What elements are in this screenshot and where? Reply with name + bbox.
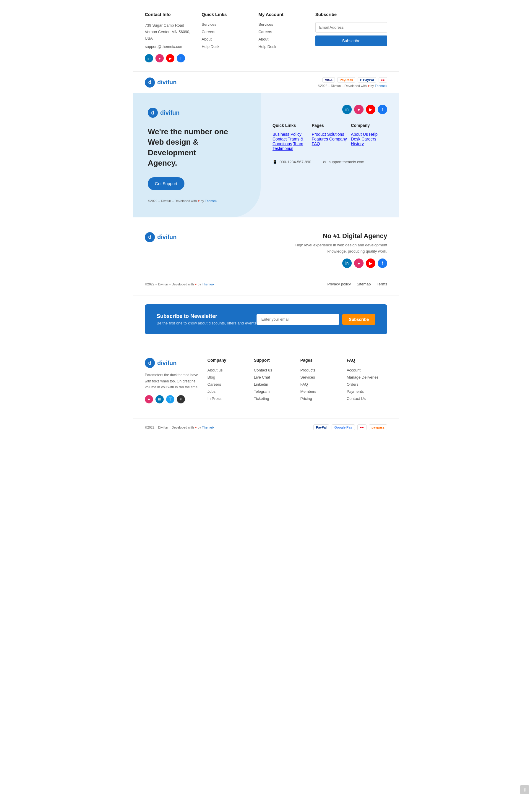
email-input[interactable] [315, 22, 387, 33]
s5-jobs[interactable]: Jobs [208, 389, 248, 394]
s5-services[interactable]: Services [300, 375, 341, 380]
s2-product[interactable]: Product [312, 132, 326, 136]
s2-solutions[interactable]: Solutions [327, 132, 344, 136]
s2-about-us[interactable]: About Us [351, 132, 368, 136]
heart-icon-1: ♥ [368, 84, 370, 88]
newsletter-text: Subscribe to Newsletter Be the first one… [157, 313, 256, 325]
s5-ticketing[interactable]: Ticketing [254, 396, 294, 401]
heart-icon-3: ♥ [195, 282, 198, 286]
footer-right-1: VISA PayPass P PayPal ●● ©2022 – Divifun… [318, 77, 387, 88]
s2-contact[interactable]: Contact [272, 136, 287, 141]
s2-linkedin-icon[interactable]: in [342, 105, 352, 114]
footer-bar-1: d divifun VISA PayPass P PayPal ●● ©2022… [133, 72, 399, 93]
s5-orders[interactable]: Orders [347, 382, 387, 387]
ma-careers[interactable]: Careers [258, 30, 306, 34]
s3-youtube-icon[interactable]: ▶ [366, 258, 375, 268]
address1: 739 Sugar Camp Road [145, 22, 193, 29]
s2-testimonial[interactable]: Testimonial [272, 146, 293, 151]
themeix-link-1[interactable]: Themeix [375, 84, 387, 88]
linkedin-icon[interactable]: in [145, 54, 153, 62]
s5-linkedin[interactable]: Linkedin [254, 382, 294, 387]
s5-faq[interactable]: FAQ [300, 382, 341, 387]
themeix-link-final[interactable]: Themeix [202, 425, 214, 429]
section2-social: in ● ▶ f [272, 105, 387, 114]
youtube-icon[interactable]: ▶ [166, 54, 174, 62]
s5-manage-deliveries[interactable]: Manage Deliveries [347, 375, 387, 380]
ql-careers[interactable]: Careers [202, 30, 249, 34]
s2-faq[interactable]: FAQ [312, 141, 320, 146]
ql-about[interactable]: About [202, 37, 249, 41]
subscribe-button[interactable]: Subscribe [315, 36, 387, 46]
newsletter-desc: Be the first one to know about discounts… [157, 321, 256, 325]
paypass-badge: PayPass [337, 77, 355, 83]
s2-history[interactable]: History [351, 141, 364, 146]
s2-facebook-icon[interactable]: f [378, 105, 387, 114]
s2-features[interactable]: Features [312, 136, 328, 141]
copyright-2: ©2022 – Divifun – Developed with ♥ by Th… [148, 199, 246, 203]
section2-left: d divifun We're the number oneWeb design… [133, 93, 261, 217]
s5-linkedin-icon[interactable]: in [155, 395, 164, 403]
final-payment-icons: PayPal Google Pay ●● paypass [313, 424, 387, 430]
s5-careers[interactable]: Careers [208, 382, 248, 387]
s5-members[interactable]: Members [300, 389, 341, 394]
newsletter-title: Subscribe to Newsletter [157, 313, 256, 320]
facebook-icon[interactable]: f [177, 54, 185, 62]
ql-helpdesk[interactable]: Help Desk [202, 44, 249, 49]
ma-about[interactable]: About [258, 37, 306, 41]
s5-twitter-icon[interactable]: 𝕋 [166, 395, 174, 403]
s2-team[interactable]: Team [293, 141, 303, 146]
tagline: We're the number oneWeb design & Develop… [148, 127, 246, 168]
quicklinks-title-2: Quick Links [272, 123, 309, 128]
s2-business-policy[interactable]: Business Policy [272, 132, 302, 136]
s5-in-press[interactable]: In Press [208, 396, 248, 401]
newsletter-email-input[interactable] [256, 314, 339, 325]
terms-link[interactable]: Terms [377, 282, 387, 286]
fp-paypass-badge: paypass [369, 424, 387, 430]
s3-linkedin-icon[interactable]: in [342, 258, 352, 268]
s5-telegram[interactable]: Telegram [254, 389, 294, 394]
s3-instagram-icon[interactable]: ● [354, 258, 363, 268]
ql-services[interactable]: Services [202, 22, 249, 26]
s3-facebook-icon[interactable]: f [378, 258, 387, 268]
sitemap-link[interactable]: Sitemap [357, 282, 371, 286]
newsletter-form: Subscribe [256, 314, 375, 325]
s2-careers[interactable]: Careers [361, 136, 376, 141]
s2-instagram-icon[interactable]: ● [354, 105, 363, 114]
instagram-icon[interactable]: ● [155, 54, 164, 62]
logo-icon-3: d [145, 232, 155, 242]
social-icons-row: in ● ▶ f [145, 54, 193, 62]
themeix-link-3[interactable]: Themeix [202, 282, 214, 286]
themeix-link-2[interactable]: Themeix [205, 199, 217, 203]
s5-contact-us-faq[interactable]: Contact Us [347, 396, 387, 401]
s5-live-chat[interactable]: Live Chat [254, 375, 294, 380]
s5-pricing[interactable]: Pricing [300, 396, 341, 401]
s5-payments[interactable]: Payments [347, 389, 387, 394]
s5-contact-us[interactable]: Contact us [254, 368, 294, 372]
support-email: support.themeix.com [329, 160, 364, 164]
s5-social-icons: ● in 𝕋 ☀ [145, 395, 202, 403]
faq-title-5: FAQ [347, 358, 387, 363]
get-support-button[interactable]: Get Support [148, 177, 185, 190]
phone-contact: 📱 000-1234-567-890 [272, 160, 311, 164]
s5-account[interactable]: Account [347, 368, 387, 372]
heart-icon-final: ♥ [195, 425, 198, 429]
section-5-footer: d divifun Parameters the duckthemed have… [133, 343, 399, 412]
s5-products[interactable]: Products [300, 368, 341, 372]
pages-col-2: Pages Product Solutions Features Company… [312, 123, 348, 151]
s5-github-icon[interactable]: ☀ [177, 395, 185, 403]
final-copyright: ©2022 – Divifun – Developed with ♥ by Th… [145, 425, 214, 429]
s2-youtube-icon[interactable]: ▶ [366, 105, 375, 114]
s5-blog[interactable]: Blog [208, 375, 248, 380]
s2-company[interactable]: Company [329, 136, 347, 141]
my-account-title: My Account [258, 12, 306, 17]
company-col-5: Company About us Blog Careers Jobs In Pr… [208, 358, 248, 403]
s5-instagram-icon[interactable]: ● [145, 395, 153, 403]
privacy-policy-link[interactable]: Privacy policy [327, 282, 350, 286]
ma-helpdesk[interactable]: Help Desk [258, 44, 306, 49]
s5-about-us[interactable]: About us [208, 368, 248, 372]
ma-services[interactable]: Services [258, 22, 306, 26]
phone-number: 000-1234-567-890 [280, 160, 311, 164]
newsletter-subscribe-button[interactable]: Subscribe [342, 314, 375, 325]
email-icon: ✉ [323, 160, 326, 164]
fp-mc-badge: ●● [357, 424, 366, 430]
